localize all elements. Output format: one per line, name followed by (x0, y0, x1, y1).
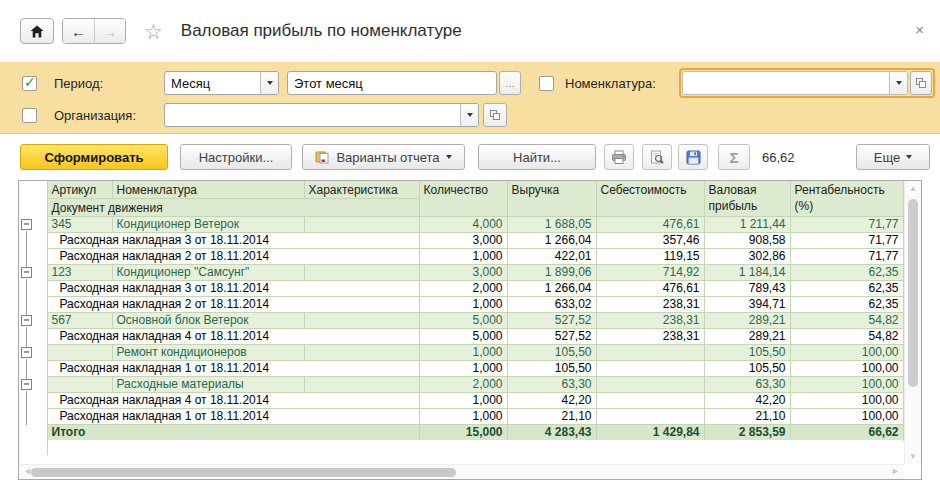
profit-cell[interactable]: 302,86 (704, 249, 790, 265)
document-name-cell[interactable]: Расходная накладная 4 от 18.11.2014 (47, 329, 419, 345)
revenue-cell[interactable]: 633,02 (507, 297, 596, 313)
quantity-cell[interactable]: 1,000 (419, 249, 507, 265)
document-name-cell[interactable]: Расходная накладная 1 от 18.11.2014 (47, 361, 419, 377)
profit-cell[interactable]: 21,10 (704, 409, 790, 425)
revenue-cell[interactable]: 1 899,06 (507, 265, 596, 281)
margin-cell[interactable]: 100,00 (790, 361, 903, 377)
quantity-cell[interactable]: 3,000 (419, 265, 507, 281)
margin-cell[interactable]: 71,77 (790, 217, 903, 233)
revenue-cell[interactable]: 527,52 (507, 329, 596, 345)
collapse-icon[interactable] (21, 219, 32, 230)
cost-cell[interactable]: 476,61 (596, 217, 704, 233)
profit-cell[interactable]: 1 211,44 (704, 217, 790, 233)
profit-cell[interactable]: 63,30 (704, 377, 790, 393)
quantity-cell[interactable]: 2,000 (419, 377, 507, 393)
document-name-cell[interactable]: Расходная накладная 4 от 18.11.2014 (47, 393, 419, 409)
nomenclature-choose-button[interactable] (910, 71, 932, 95)
document-name-cell[interactable]: Расходная накладная 3 от 18.11.2014 (47, 281, 419, 297)
organization-input[interactable] (164, 103, 479, 127)
chevron-down-icon[interactable] (889, 72, 907, 94)
organization-checkbox[interactable] (22, 108, 37, 123)
quantity-cell[interactable]: 1,000 (419, 345, 507, 361)
group-row[interactable]: 123Кондиционер "Самсунг"3,0001 899,06714… (19, 265, 903, 281)
collapse-icon[interactable] (21, 347, 32, 358)
document-name-cell[interactable]: Расходная накладная 2 от 18.11.2014 (47, 249, 419, 265)
total-label-cell[interactable]: Итого (47, 425, 419, 441)
nomenclature-cell[interactable]: Основной блок Ветерок (112, 313, 304, 329)
home-button[interactable] (20, 18, 54, 44)
cost-cell[interactable]: 476,61 (596, 281, 704, 297)
nomenclature-cell[interactable]: Ремонт кондиционеров (112, 345, 304, 361)
revenue-cell[interactable]: 63,30 (507, 377, 596, 393)
cost-cell[interactable] (596, 393, 704, 409)
group-row[interactable]: Расходные материалы2,00063,3063,30100,00 (19, 377, 903, 393)
quantity-cell[interactable]: 5,000 (419, 313, 507, 329)
margin-cell[interactable]: 100,00 (790, 345, 903, 361)
document-row[interactable]: Расходная накладная 4 от 18.11.20145,000… (19, 329, 903, 345)
cost-cell[interactable] (596, 377, 704, 393)
cost-cell[interactable]: 238,31 (596, 297, 704, 313)
collapse-icon[interactable] (21, 379, 32, 390)
profit-cell[interactable]: 789,43 (704, 281, 790, 297)
scroll-right-icon[interactable]: ► (891, 466, 900, 476)
profit-cell[interactable]: 2 853,59 (704, 425, 790, 441)
nomenclature-checkbox[interactable] (539, 76, 554, 91)
column-header-gross-profit[interactable]: Валовая прибыль (704, 181, 790, 217)
article-cell[interactable] (47, 377, 112, 393)
period-checkbox[interactable]: ✓ (22, 76, 37, 91)
characteristic-cell[interactable] (304, 265, 419, 281)
profit-cell[interactable]: 908,58 (704, 233, 790, 249)
revenue-cell[interactable]: 42,20 (507, 393, 596, 409)
quantity-cell[interactable]: 3,000 (419, 233, 507, 249)
forward-button[interactable]: → (94, 19, 125, 43)
group-row[interactable]: 567Основной блок Ветерок5,000527,52238,3… (19, 313, 903, 329)
margin-cell[interactable]: 54,82 (790, 313, 903, 329)
characteristic-cell[interactable] (304, 313, 419, 329)
revenue-cell[interactable]: 1 688,05 (507, 217, 596, 233)
nomenclature-cell[interactable]: Кондиционер "Самсунг" (112, 265, 304, 281)
document-row[interactable]: Расходная накладная 4 от 18.11.20141,000… (19, 393, 903, 409)
document-row[interactable]: Расходная накладная 1 от 18.11.20141,000… (19, 361, 903, 377)
margin-cell[interactable]: 71,77 (790, 249, 903, 265)
group-row[interactable]: Ремонт кондиционеров1,000105,50105,50100… (19, 345, 903, 361)
cost-cell[interactable] (596, 361, 704, 377)
revenue-cell[interactable]: 105,50 (507, 345, 596, 361)
cost-cell[interactable]: 238,31 (596, 313, 704, 329)
revenue-cell[interactable]: 422,01 (507, 249, 596, 265)
profit-cell[interactable]: 1 184,14 (704, 265, 790, 281)
cost-cell[interactable] (596, 345, 704, 361)
vertical-scroll-thumb[interactable] (908, 199, 918, 387)
collapse-icon[interactable] (21, 267, 32, 278)
horizontal-scrollbar[interactable]: ◄ ► (19, 464, 904, 479)
generate-button[interactable]: Сформировать (20, 144, 168, 170)
margin-cell[interactable]: 54,82 (790, 329, 903, 345)
profit-cell[interactable]: 105,50 (704, 345, 790, 361)
document-row[interactable]: Расходная накладная 3 от 18.11.20142,000… (19, 281, 903, 297)
characteristic-cell[interactable] (304, 345, 419, 361)
collapse-icon[interactable] (21, 315, 32, 326)
cost-cell[interactable]: 119,15 (596, 249, 704, 265)
cost-cell[interactable]: 714,92 (596, 265, 704, 281)
article-cell[interactable]: 345 (47, 217, 112, 233)
row-expander-cell[interactable] (19, 377, 47, 393)
quantity-cell[interactable]: 1,000 (419, 361, 507, 377)
quantity-cell[interactable]: 4,000 (419, 217, 507, 233)
horizontal-scroll-thumb[interactable] (31, 468, 456, 477)
organization-choose-button[interactable] (483, 103, 507, 127)
document-name-cell[interactable]: Расходная накладная 2 от 18.11.2014 (47, 297, 419, 313)
chevron-down-icon[interactable] (260, 72, 278, 94)
article-cell[interactable] (47, 345, 112, 361)
subheader-document[interactable]: Документ движения (47, 199, 419, 217)
document-name-cell[interactable]: Расходная накладная 1 от 18.11.2014 (47, 409, 419, 425)
article-cell[interactable]: 123 (47, 265, 112, 281)
document-name-cell[interactable]: Расходная накладная 3 от 18.11.2014 (47, 233, 419, 249)
margin-cell[interactable]: 62,35 (790, 297, 903, 313)
margin-cell[interactable]: 62,35 (790, 265, 903, 281)
column-header-revenue[interactable]: Выручка (507, 181, 596, 217)
group-row[interactable]: 345Кондиционер Ветерок4,0001 688,05476,6… (19, 217, 903, 233)
quantity-cell[interactable]: 1,000 (419, 409, 507, 425)
save-button[interactable] (678, 144, 708, 170)
more-button[interactable]: Еще (856, 144, 930, 170)
margin-cell[interactable]: 100,00 (790, 393, 903, 409)
column-header-characteristic[interactable]: Характеристика (304, 181, 419, 199)
